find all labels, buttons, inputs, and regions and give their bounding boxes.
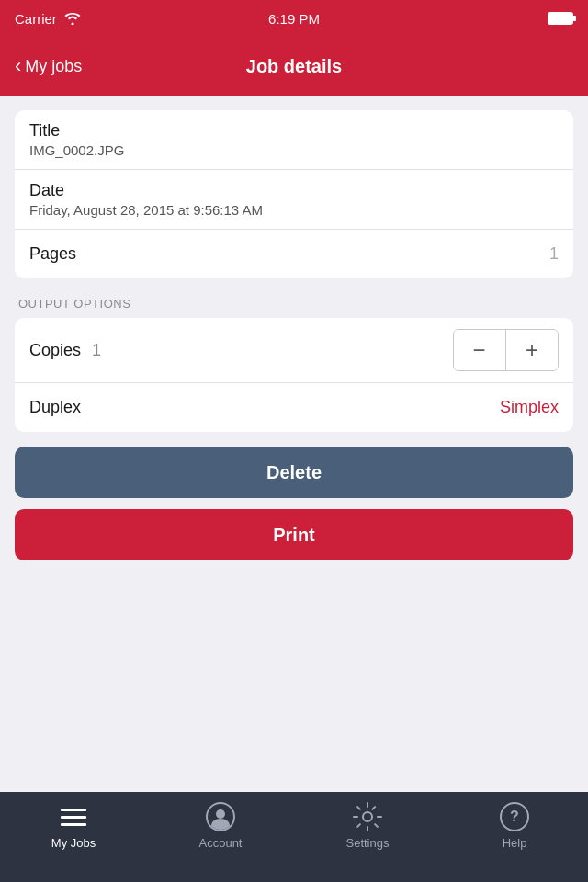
tab-my-jobs-label: My Jobs: [51, 836, 96, 850]
duplex-value[interactable]: Simplex: [500, 398, 559, 417]
account-icon: [205, 801, 236, 832]
pages-value: 1: [549, 244, 559, 264]
copies-row: Copies 1 − +: [15, 318, 573, 383]
nav-bar: ‹ My jobs Job details: [0, 37, 588, 96]
svg-point-0: [363, 812, 372, 821]
output-options-header: OUTPUT OPTIONS: [0, 278, 588, 318]
duplex-row: Duplex Simplex: [15, 383, 573, 432]
tab-help[interactable]: ? Help: [450, 801, 579, 850]
status-time: 6:19 PM: [268, 11, 320, 27]
wifi-icon: [64, 13, 81, 25]
tab-settings-label: Settings: [346, 836, 390, 850]
copies-stepper: − +: [453, 329, 560, 371]
battery-icon: [548, 12, 573, 25]
copies-count: 1: [92, 341, 101, 360]
action-buttons: Delete Print: [0, 432, 588, 560]
tab-bar: My Jobs Account Settings ? Help: [0, 792, 588, 882]
help-icon: ?: [499, 801, 530, 832]
title-row: Title IMG_0002.JPG: [15, 110, 573, 170]
tab-account[interactable]: Account: [156, 801, 285, 850]
back-button[interactable]: ‹ My jobs: [15, 56, 82, 76]
date-label: Date: [29, 181, 559, 200]
output-options-card: Copies 1 − + Duplex Simplex: [15, 318, 573, 432]
carrier-label: Carrier: [15, 11, 57, 27]
tab-settings[interactable]: Settings: [303, 801, 432, 850]
pages-label: Pages: [29, 244, 76, 264]
print-button[interactable]: Print: [15, 509, 573, 560]
main-content: Title IMG_0002.JPG Date Friday, August 2…: [0, 96, 588, 575]
increment-button[interactable]: +: [506, 330, 558, 370]
delete-button[interactable]: Delete: [15, 447, 573, 498]
back-chevron-icon: ‹: [15, 56, 21, 76]
my-jobs-icon: [58, 801, 89, 832]
pages-row: Pages 1: [15, 230, 573, 278]
decrement-button[interactable]: −: [454, 330, 505, 370]
copies-label: Copies: [29, 341, 81, 360]
tab-help-label: Help: [503, 836, 527, 850]
title-value: IMG_0002.JPG: [29, 142, 559, 158]
title-label: Title: [29, 121, 559, 141]
settings-icon: [352, 801, 383, 832]
tab-my-jobs[interactable]: My Jobs: [9, 801, 138, 850]
page-title: Job details: [246, 56, 342, 77]
date-value: Friday, August 28, 2015 at 9:56:13 AM: [29, 202, 559, 218]
status-bar: Carrier 6:19 PM: [0, 0, 588, 37]
duplex-label: Duplex: [29, 398, 81, 417]
back-label: My jobs: [25, 57, 82, 76]
tab-account-label: Account: [199, 836, 243, 850]
date-row: Date Friday, August 28, 2015 at 9:56:13 …: [15, 170, 573, 230]
job-details-card: Title IMG_0002.JPG Date Friday, August 2…: [15, 110, 573, 278]
